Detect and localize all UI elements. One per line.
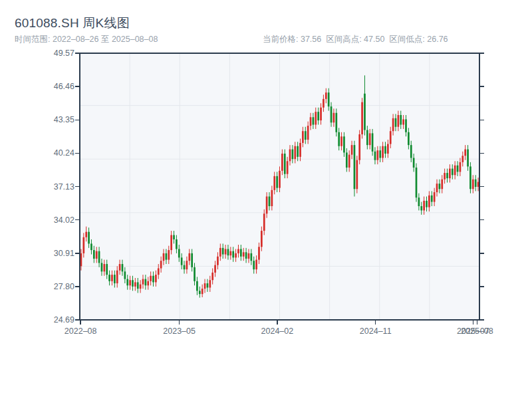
candle-body xyxy=(346,152,348,168)
candle-body xyxy=(400,115,402,125)
candle-body xyxy=(243,252,245,256)
candle-body xyxy=(173,235,175,239)
x-tick-mark xyxy=(80,320,81,325)
candle-body xyxy=(126,279,128,286)
candle-body xyxy=(134,282,136,286)
candle-body xyxy=(194,267,196,281)
candle-body xyxy=(354,145,356,189)
y-tick-label: 30.91 xyxy=(40,248,74,259)
candle-body xyxy=(395,118,397,127)
candle-body xyxy=(444,173,446,180)
candle-body xyxy=(467,150,469,167)
candle-body xyxy=(436,184,438,192)
x-tick-mark xyxy=(179,320,180,325)
candle-body xyxy=(351,145,353,155)
candle-body xyxy=(390,131,392,144)
candle-body xyxy=(225,249,227,254)
candle-body xyxy=(214,265,216,273)
x-tick-mark xyxy=(473,320,474,325)
candle-body xyxy=(358,134,360,160)
y-tick-mark-right xyxy=(479,120,484,121)
candle-body xyxy=(416,168,418,198)
y-tick-mark xyxy=(75,186,80,188)
candle-body xyxy=(335,113,337,132)
candle-body xyxy=(413,158,415,168)
candle-body xyxy=(108,275,110,281)
candles-canvas xyxy=(80,53,479,320)
candle-body xyxy=(145,279,147,286)
candle-body xyxy=(317,112,319,120)
candle-body xyxy=(472,180,474,190)
candle-body xyxy=(462,156,464,162)
y-tick-mark-right xyxy=(479,219,484,221)
candle-body xyxy=(150,276,152,281)
x-tick-mark xyxy=(375,320,376,325)
y-tick-label: 40.24 xyxy=(40,148,74,158)
candle-body xyxy=(186,261,188,269)
candle-body xyxy=(423,201,425,211)
candle-body xyxy=(155,275,157,282)
candle-body xyxy=(449,169,451,179)
candle-body xyxy=(292,150,294,160)
candle-body xyxy=(333,113,335,123)
y-tick-mark xyxy=(75,286,80,287)
candle-body xyxy=(313,117,315,124)
y-tick-label: 43.35 xyxy=(40,114,74,125)
candle-body xyxy=(227,249,229,255)
candle-body xyxy=(188,253,190,261)
candle-body xyxy=(382,146,384,158)
candle-body xyxy=(258,247,260,259)
candle-body xyxy=(217,257,219,265)
candle-body xyxy=(232,251,234,258)
y-tick-label: 27.80 xyxy=(40,281,74,292)
x-tick-label: 2023–05 xyxy=(152,326,207,336)
candle-body xyxy=(166,253,168,260)
candle-body xyxy=(88,232,90,244)
candle-body xyxy=(343,136,345,152)
candle-body xyxy=(261,231,263,247)
candle-body xyxy=(196,281,198,291)
candle-body xyxy=(281,154,283,171)
x-tick-label: 2025–08 xyxy=(449,326,505,336)
candle-body xyxy=(176,239,178,249)
candle-body xyxy=(142,279,144,285)
candle-body xyxy=(181,257,183,265)
candle-body xyxy=(418,198,420,206)
candle-body xyxy=(269,196,271,206)
y-tick-mark xyxy=(75,120,80,121)
candle-body xyxy=(199,291,201,294)
candle-body xyxy=(369,133,371,145)
y-tick-label: 37.13 xyxy=(40,182,74,192)
candle-body xyxy=(310,117,312,126)
candle-body xyxy=(98,251,100,263)
candle-body xyxy=(340,136,342,146)
candle-body xyxy=(137,282,139,289)
y-tick-mark xyxy=(75,219,80,221)
candle-body xyxy=(364,94,366,130)
candle-body xyxy=(90,243,92,250)
candle-body xyxy=(457,166,459,172)
candle-body xyxy=(379,150,381,158)
x-tick-mark xyxy=(277,320,278,325)
candle-body xyxy=(276,176,278,188)
x-tick-label: 2024–11 xyxy=(348,326,404,336)
candle-body xyxy=(325,92,327,99)
candle-body xyxy=(441,180,443,190)
candle-body xyxy=(431,196,433,202)
y-tick-label: 24.69 xyxy=(40,315,74,325)
candle-body xyxy=(152,276,154,283)
y-tick-mark-right xyxy=(479,319,484,321)
candle-body xyxy=(410,145,412,158)
candle-body xyxy=(366,130,368,146)
candle-body xyxy=(204,283,206,289)
candle-body xyxy=(250,253,252,261)
candle-body xyxy=(101,263,103,271)
candle-body xyxy=(469,166,471,189)
candle-body xyxy=(387,144,389,154)
candle-body xyxy=(320,108,322,120)
candle-body xyxy=(111,275,113,281)
kline-window: 601088.SH 周K线图 时间范围: 2022–08–26 至 2025–0… xyxy=(0,0,532,399)
candle-body xyxy=(464,150,466,156)
y-tick-mark xyxy=(75,53,80,54)
candle-body xyxy=(338,132,340,146)
